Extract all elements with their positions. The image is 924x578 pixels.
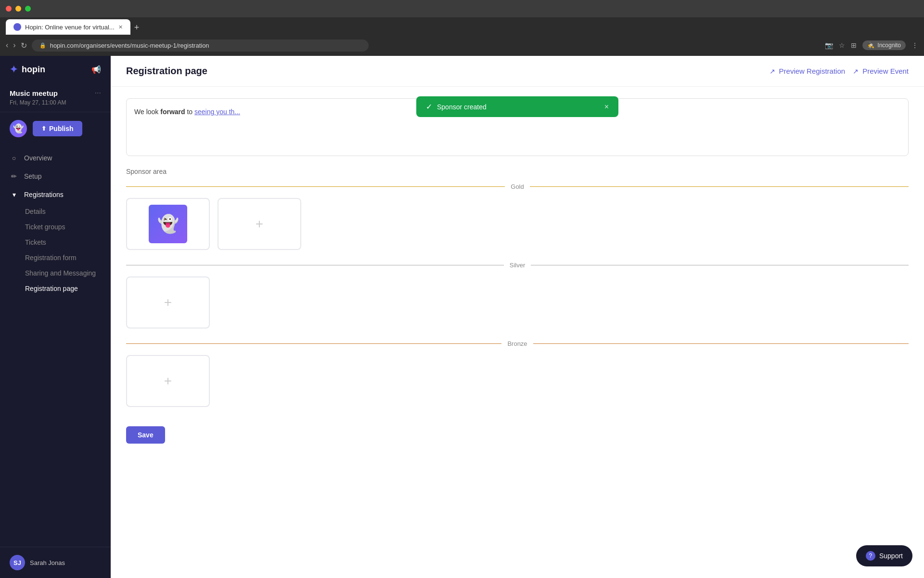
page-header: Registration page ↗ Preview Registration… bbox=[111, 56, 924, 87]
add-bronze-sponsor-icon: + bbox=[164, 373, 172, 389]
sidebar-footer: SJ Sarah Jonas bbox=[0, 547, 111, 578]
gold-sponsor-slots: 👻 + bbox=[126, 198, 909, 250]
toast-check-icon: ✓ bbox=[426, 102, 432, 111]
bronze-sponsor-slot-1[interactable]: + bbox=[126, 355, 210, 407]
close-window-btn[interactable] bbox=[6, 6, 12, 12]
back-btn[interactable]: ‹ bbox=[6, 41, 8, 50]
browser-tabs: Hopin: Online venue for virtual... ✕ + bbox=[0, 17, 924, 35]
main-content: Registration page ↗ Preview Registration… bbox=[111, 56, 924, 578]
notification-bell-icon[interactable]: 📢 bbox=[91, 65, 101, 74]
hopin-logo-text: hopin bbox=[22, 65, 45, 75]
toast-close-btn[interactable]: × bbox=[604, 103, 609, 111]
sponsor-tier-bronze: Bronze + bbox=[126, 340, 909, 407]
toast-message: Sponsor created bbox=[437, 103, 487, 111]
tab-favicon bbox=[13, 23, 21, 31]
gold-sponsor-slot-1[interactable]: 👻 bbox=[126, 198, 210, 250]
external-link-icon-2: ↗ bbox=[853, 67, 859, 75]
sidebar: ✦ hopin 📢 Music meetup ··· Fri, May 27, … bbox=[0, 56, 111, 578]
publish-label: Publish bbox=[49, 125, 74, 132]
page-title: Registration page bbox=[126, 66, 207, 77]
preview-event-btn[interactable]: ↗ Preview Event bbox=[853, 67, 909, 75]
preview-registration-btn[interactable]: ↗ Preview Registration bbox=[770, 67, 846, 75]
camera-icon: 📷 bbox=[825, 41, 833, 49]
sponsor-logo: 👻 bbox=[149, 205, 187, 243]
maximize-window-btn[interactable] bbox=[25, 6, 31, 12]
tier-divider-gold: Gold bbox=[126, 183, 909, 190]
event-date: Fri, May 27, 11:00 AM bbox=[10, 99, 101, 106]
gold-sponsor-slot-2[interactable]: + bbox=[218, 198, 301, 250]
link-text[interactable]: seeing you th... bbox=[194, 108, 240, 116]
app-layout: ✦ hopin 📢 Music meetup ··· Fri, May 27, … bbox=[0, 56, 924, 578]
tier-divider-silver: Silver bbox=[126, 262, 909, 269]
browser-actions: 📷 ☆ ⊞ 🕵 Incognito ⋮ bbox=[825, 40, 918, 50]
bookmark-icon[interactable]: ☆ bbox=[839, 41, 845, 49]
sidebar-item-registration-form[interactable]: Registration form bbox=[15, 250, 111, 265]
browser-chrome: Hopin: Online venue for virtual... ✕ + ‹… bbox=[0, 0, 924, 56]
incognito-label: Incognito bbox=[877, 42, 901, 49]
save-button[interactable]: Save bbox=[126, 426, 165, 444]
setup-label: Setup bbox=[24, 172, 42, 180]
external-link-icon: ↗ bbox=[770, 67, 775, 75]
active-tab[interactable]: Hopin: Online venue for virtual... ✕ bbox=[6, 19, 130, 35]
registrations-expand-icon: ▾ bbox=[10, 190, 18, 199]
sidebar-item-tickets[interactable]: Tickets bbox=[15, 235, 111, 250]
event-meta: Music meetup ··· bbox=[10, 89, 101, 97]
tier-label-bronze: Bronze bbox=[507, 340, 527, 347]
split-view-icon[interactable]: ⊞ bbox=[851, 41, 857, 49]
address-bar[interactable]: 🔒 hopin.com/organisers/events/music-meet… bbox=[32, 39, 369, 52]
minimize-window-btn[interactable] bbox=[15, 6, 21, 12]
sponsor-tier-silver: Silver + bbox=[126, 262, 909, 328]
tier-line-gold-left bbox=[126, 186, 505, 187]
tab-title: Hopin: Online venue for virtual... bbox=[25, 24, 115, 31]
event-name: Music meetup bbox=[10, 89, 58, 97]
support-button[interactable]: ? Support bbox=[856, 545, 912, 566]
sidebar-item-registration-page[interactable]: Registration page bbox=[15, 281, 111, 296]
preview-registration-label: Preview Registration bbox=[779, 67, 846, 75]
hopin-logo[interactable]: ✦ hopin bbox=[10, 64, 45, 75]
support-icon: ? bbox=[866, 551, 875, 561]
bold-text: forward bbox=[160, 108, 185, 116]
header-actions: ↗ Preview Registration ↗ Preview Event bbox=[770, 67, 909, 75]
sidebar-item-ticket-groups[interactable]: Ticket groups bbox=[15, 219, 111, 235]
incognito-icon: 🕵 bbox=[867, 42, 874, 49]
nav-sub-registrations: Details Ticket groups Tickets Registrati… bbox=[0, 204, 111, 296]
ghost-logo-icon: 👻 bbox=[157, 214, 179, 234]
user-avatar: SJ bbox=[10, 555, 25, 570]
silver-sponsor-slot-1[interactable]: + bbox=[126, 276, 210, 328]
sponsor-logo-image: 👻 bbox=[149, 205, 187, 243]
sponsor-tier-gold: Gold 👻 + bbox=[126, 183, 909, 250]
user-initials: SJ bbox=[13, 559, 21, 566]
nav-section: ○ Overview ✏ Setup ▾ Registrations Detai… bbox=[0, 145, 111, 300]
user-name: Sarah Jonas bbox=[30, 559, 65, 566]
add-silver-sponsor-icon: + bbox=[164, 295, 172, 310]
menu-icon[interactable]: ⋮ bbox=[911, 41, 918, 49]
sidebar-item-overview[interactable]: ○ Overview bbox=[0, 149, 111, 167]
tier-divider-bronze: Bronze bbox=[126, 340, 909, 347]
tier-line-silver-left bbox=[126, 265, 504, 265]
browser-addressbar: ‹ › ↻ 🔒 hopin.com/organisers/events/musi… bbox=[0, 35, 924, 56]
lock-icon: 🔒 bbox=[39, 42, 46, 49]
event-avatar[interactable]: 👻 bbox=[10, 120, 27, 137]
sidebar-item-details[interactable]: Details bbox=[15, 204, 111, 219]
sidebar-item-registrations[interactable]: ▾ Registrations bbox=[0, 185, 111, 204]
overview-icon: ○ bbox=[10, 154, 18, 162]
address-text: hopin.com/organisers/events/music-meetup… bbox=[50, 42, 209, 49]
support-label: Support bbox=[879, 552, 903, 560]
forward-btn[interactable]: › bbox=[13, 41, 15, 50]
sidebar-item-setup[interactable]: ✏ Setup bbox=[0, 167, 111, 185]
sidebar-actions: 👻 ⬆ Publish bbox=[0, 112, 111, 145]
avatar-icon: 👻 bbox=[13, 123, 24, 134]
tier-line-bronze-right bbox=[533, 343, 909, 344]
new-tab-btn[interactable]: + bbox=[130, 21, 143, 35]
tier-line-bronze-left bbox=[126, 343, 501, 344]
preview-event-label: Preview Event bbox=[862, 67, 909, 75]
tier-label-silver: Silver bbox=[510, 262, 526, 269]
upload-icon: ⬆ bbox=[41, 125, 46, 132]
tab-close-btn[interactable]: ✕ bbox=[118, 24, 123, 30]
sidebar-item-sharing-messaging[interactable]: Sharing and Messaging bbox=[15, 265, 111, 281]
publish-button[interactable]: ⬆ Publish bbox=[33, 121, 82, 136]
event-options-btn[interactable]: ··· bbox=[95, 89, 101, 97]
tier-label-gold: Gold bbox=[511, 183, 524, 190]
refresh-btn[interactable]: ↻ bbox=[21, 41, 27, 50]
sponsor-area: Sponsor area Gold 👻 bbox=[126, 168, 909, 407]
